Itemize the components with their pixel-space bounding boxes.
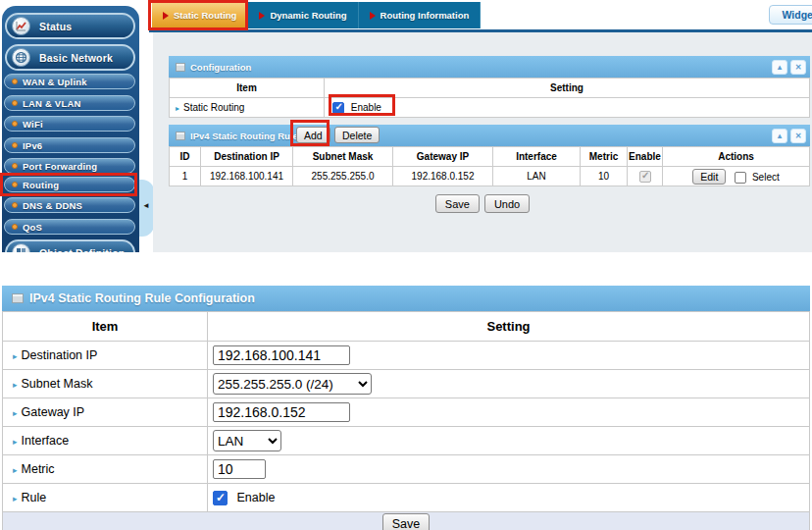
configuration-table: Item Setting ▸Static Routing Enable (169, 78, 810, 118)
column-header-gateway-ip: Gateway IP (393, 147, 493, 167)
bullet-icon (12, 224, 18, 230)
bullet-icon (12, 163, 18, 169)
form-row-metric: ▸Metric (3, 455, 810, 484)
sidebar-item-status[interactable]: Status (5, 13, 135, 39)
list-actions: Save Undo (153, 194, 812, 213)
window-icon (176, 132, 185, 140)
sidebar: Status Basic Network WAN & Uplink LAN & … (0, 0, 157, 252)
sidebar-item-routing[interactable]: Routing (4, 177, 135, 192)
tab-label: Dynamic Routing (270, 10, 346, 21)
select-label: Select (752, 172, 780, 183)
window-icon (176, 63, 185, 72)
undo-button[interactable]: Undo (484, 194, 530, 213)
sidebar-item-basic-network[interactable]: Basic Network (5, 44, 135, 71)
sidebar-item-label: QoS (23, 222, 42, 233)
rule-metric: 10 (581, 167, 628, 186)
panel-title: IPv4 Static Routing Rule Configuration (29, 292, 255, 305)
gateway-ip-input[interactable] (213, 402, 350, 422)
edit-rule-button[interactable]: Edit (692, 169, 726, 185)
form-row-subnet-mask: ▸Subnet Mask 255.255.255.0 (/24) (3, 370, 810, 398)
sidebar-item-dns-ddns[interactable]: DNS & DDNS (4, 197, 135, 213)
bullet-icon (12, 182, 18, 187)
collapse-left-icon: ◄ (142, 201, 150, 210)
save-rule-button[interactable]: Save (382, 513, 430, 530)
router-admin-screen: Status Basic Network WAN & Uplink LAN & … (0, 0, 812, 530)
sidebar-item-qos[interactable]: QoS (4, 219, 135, 235)
rule-id: 1 (170, 167, 201, 186)
column-header-item: Item (170, 79, 325, 98)
collapse-panel-button[interactable]: ▴ (772, 129, 787, 143)
row-arrow-icon: ▸ (13, 408, 18, 418)
rule-list-table: ID Destination IP Subnet Mask Gateway IP… (169, 146, 810, 186)
tab-routing-information[interactable]: Routing Information (359, 2, 482, 28)
row-arrow-icon: ▸ (13, 494, 18, 504)
checkbox-label: Enable (351, 102, 381, 113)
row-arrow-icon: ▸ (13, 351, 18, 361)
row-label: Subnet Mask (22, 377, 93, 391)
column-header-metric: Metric (581, 147, 628, 167)
tab-dynamic-routing[interactable]: Dynamic Routing (248, 2, 358, 28)
rule-enable-checkbox[interactable] (213, 491, 228, 505)
column-header-subnet-mask: Subnet Mask (293, 147, 393, 167)
row-arrow-icon: ▸ (13, 380, 18, 390)
sidebar-item-label: IPv6 (23, 140, 42, 151)
widget-button[interactable]: Widget (769, 5, 812, 25)
row-label: Rule (22, 491, 47, 504)
tab-bar: Static Routing Dynamic Routing Routing I… (152, 2, 481, 28)
sidebar-item-lan-vlan[interactable]: LAN & VLAN (4, 95, 135, 111)
destination-ip-input[interactable] (213, 345, 350, 365)
sidebar-item-label: Basic Network (39, 52, 113, 64)
rule-gateway-ip: 192.168.0.152 (393, 167, 493, 186)
add-rule-button[interactable]: Add (296, 127, 330, 143)
sidebar-item-label: Status (39, 21, 72, 32)
column-header-interface: Interface (493, 147, 581, 167)
checkbox-label: Enable (236, 491, 275, 504)
configuration-panel-header: Configuration ▴ ✕ (169, 56, 810, 78)
collapse-panel-button[interactable]: ▴ (772, 60, 787, 75)
column-header-setting: Setting (208, 312, 810, 342)
rule-list-panel: IPv4 Static Routing Rule List Add Delete… (169, 125, 810, 186)
sidebar-item-wifi[interactable]: WiFi (4, 116, 135, 132)
tab-label: Static Routing (174, 10, 236, 21)
sidebar-item-ipv6[interactable]: IPv6 (4, 137, 135, 153)
row-label: Interface (22, 434, 70, 448)
static-routing-enable-checkbox[interactable] (332, 102, 344, 114)
bullet-icon (12, 142, 18, 148)
rule-row: 1 192.168.100.141 255.255.255.0 192.168.… (170, 167, 810, 186)
form-row-destination-ip: ▸Destination IP (3, 342, 810, 370)
delete-rule-button[interactable]: Delete (334, 127, 380, 143)
sidebar-item-label: Object Definition (39, 247, 125, 253)
rule-configuration-panel: IPv4 Static Routing Rule Configuration I… (2, 286, 810, 530)
bullet-icon (12, 202, 18, 208)
column-header-enable: Enable (628, 147, 663, 167)
object-definition-icon (12, 243, 30, 252)
row-arrow-icon: ▸ (13, 437, 18, 447)
rule-interface: LAN (493, 167, 581, 186)
bullet-icon (12, 121, 18, 127)
sidebar-item-wan-uplink[interactable]: WAN & Uplink (4, 74, 135, 89)
sidebar-collapse-handle[interactable]: ◄ (139, 180, 154, 237)
tab-static-routing[interactable]: Static Routing (152, 2, 248, 28)
subnet-mask-select[interactable]: 255.255.255.0 (/24) (213, 373, 372, 395)
rule-enable-checkbox (639, 171, 651, 183)
rule-configuration-panel-header: IPv4 Static Routing Rule Configuration (2, 286, 810, 311)
column-header-destination-ip: Destination IP (201, 147, 293, 167)
save-button[interactable]: Save (435, 194, 480, 213)
rule-destination-ip: 192.168.100.141 (201, 167, 293, 186)
sidebar-item-port-forwarding[interactable]: Port Forwarding (4, 158, 135, 174)
column-header-setting: Setting (325, 79, 810, 98)
row-arrow-icon: ▸ (176, 104, 179, 113)
configuration-panel: Configuration ▴ ✕ Item Setting ▸Static R… (169, 56, 810, 118)
sidebar-item-object-definition[interactable]: Object Definition (5, 239, 135, 252)
interface-select[interactable]: LAN (213, 430, 281, 451)
metric-input[interactable] (213, 459, 266, 479)
column-header-id: ID (170, 147, 201, 167)
sidebar-item-label: WiFi (23, 119, 43, 130)
close-panel-button[interactable]: ✕ (790, 129, 806, 143)
close-panel-button[interactable]: ✕ (790, 60, 806, 75)
panel-title: Configuration (190, 62, 251, 73)
select-rule-checkbox[interactable] (735, 172, 746, 184)
rule-subnet-mask: 255.255.255.0 (293, 167, 393, 186)
rule-configuration-table: Item Setting ▸Destination IP ▸Subnet Mas… (2, 311, 810, 512)
sidebar-item-label: Port Forwarding (23, 161, 97, 172)
